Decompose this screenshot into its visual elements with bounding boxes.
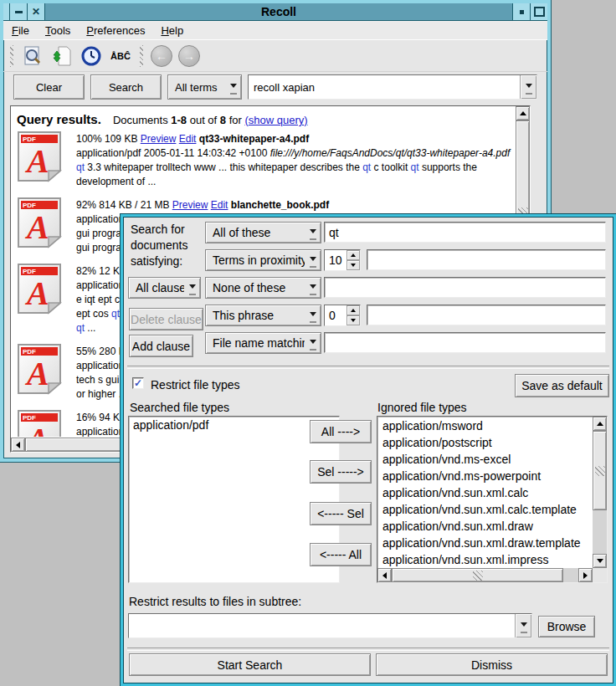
maximize-button[interactable]: [530, 3, 547, 20]
result-line: 92% 814 KB / 21 MB Preview Edit blanchet…: [76, 198, 497, 212]
menu-item-preferences[interactable]: Preferences: [86, 24, 145, 37]
preview-link[interactable]: Preview: [172, 199, 208, 211]
move-all-right-button[interactable]: All ---->: [310, 420, 372, 443]
subtree-combo[interactable]: [128, 613, 532, 638]
ignored-type-item[interactable]: application/vnd.sun.xml.calc.template: [378, 501, 593, 518]
ignored-type-item[interactable]: application/postscript: [378, 434, 593, 451]
clear-button[interactable]: Clear: [13, 74, 85, 100]
toolbar-separator: [140, 45, 143, 67]
clause-terms-input[interactable]: [367, 305, 606, 325]
clause-type-combo[interactable]: All of these: [205, 222, 321, 243]
clause-terms-input[interactable]: [324, 277, 606, 298]
sort-document-icon[interactable]: [50, 44, 74, 68]
scrollbar-thumb[interactable]: [392, 568, 563, 582]
scroll-down-button[interactable]: [593, 554, 607, 568]
clause-type-combo[interactable]: This phrase: [205, 305, 321, 326]
text-segment: application/: [76, 279, 127, 291]
restrict-file-types-checkbox[interactable]: ✓: [132, 377, 144, 389]
result-line: development of ...: [76, 175, 510, 189]
ignored-vertical-scrollbar[interactable]: [593, 417, 607, 568]
edit-link[interactable]: Edit: [211, 199, 228, 211]
menu-item-help[interactable]: Help: [161, 24, 183, 37]
result-text: 100% 109 KB Preview Edit qt33-whitepaper…: [76, 131, 510, 189]
spin-down-button[interactable]: [346, 315, 360, 325]
proximity-spinner[interactable]: 0: [324, 305, 361, 326]
preview-link[interactable]: Preview: [141, 133, 177, 145]
ignored-type-item[interactable]: application/vnd.sun.xml.calc: [378, 484, 593, 501]
save-as-default-button[interactable]: Save as default: [515, 374, 609, 397]
proximity-spinner[interactable]: 10: [324, 249, 361, 271]
ignored-type-item[interactable]: application/vnd.sun.xml.draw.template: [378, 535, 593, 551]
forward-icon[interactable]: →: [178, 45, 200, 67]
search-mode-combo[interactable]: All terms: [167, 74, 242, 100]
menu-item-tools[interactable]: Tools: [45, 24, 70, 37]
results-header: Query results.Documents 1-8 out of 8 for…: [17, 112, 515, 126]
ignored-type-item[interactable]: application/vnd.sun.xml.draw: [378, 518, 593, 535]
ignored-type-item[interactable]: application/vnd.ms-excel: [378, 451, 593, 468]
svg-text:A: A: [24, 142, 49, 180]
query-input[interactable]: recoll xapian: [249, 75, 520, 99]
spinner-value[interactable]: 10: [325, 250, 346, 270]
show-query-link[interactable]: (show query): [244, 114, 307, 126]
toolbar-handle[interactable]: [10, 45, 13, 67]
highlight-term: qt: [411, 161, 419, 173]
move-selected-right-button[interactable]: Sel ----->: [310, 460, 372, 484]
spin-down-button[interactable]: [346, 260, 360, 270]
chevron-down-icon: [184, 278, 200, 298]
spinner-value[interactable]: 0: [325, 305, 346, 325]
searched-type-item[interactable]: application/pdf: [129, 417, 339, 433]
chevron-down-icon[interactable]: [515, 614, 531, 637]
menu-item-file[interactable]: File: [12, 24, 29, 37]
text-segment: application/: [76, 360, 127, 371]
search-button[interactable]: Search: [90, 74, 162, 100]
clause-type-combo[interactable]: Terms in proximity: [205, 249, 321, 271]
clause-terms-input[interactable]: [324, 332, 606, 353]
window-menu-button[interactable]: [10, 3, 28, 20]
searched-file-types-list[interactable]: application/pdf: [128, 416, 340, 583]
term-explorer-icon[interactable]: ÅBĈ: [109, 44, 132, 68]
move-selected-left-button[interactable]: <----- Sel: [310, 502, 372, 525]
scroll-left-button[interactable]: [377, 568, 392, 582]
history-clock-icon[interactable]: [80, 44, 103, 68]
scroll-up-button[interactable]: [516, 106, 530, 120]
scroll-right-button[interactable]: [578, 568, 593, 582]
subtree-input[interactable]: [129, 614, 515, 637]
clause-terms-input[interactable]: qt: [324, 222, 606, 243]
spin-up-button[interactable]: [346, 250, 360, 260]
conjunction-combo[interactable]: All clauses: [128, 277, 201, 299]
chevron-down-icon[interactable]: [520, 75, 536, 99]
start-search-button[interactable]: Start Search: [129, 653, 371, 676]
text-segment: application/: [76, 426, 127, 437]
close-button[interactable]: ✕: [28, 3, 45, 20]
add-clause-button[interactable]: Add clause: [129, 335, 193, 357]
scrollbar-corner: [593, 568, 607, 582]
move-all-left-button[interactable]: <----- All: [310, 543, 372, 566]
clause-type-combo[interactable]: File name matching: [205, 332, 321, 354]
chevron-down-icon: [305, 250, 321, 270]
browse-button[interactable]: Browse: [538, 616, 595, 637]
scroll-up-button[interactable]: [593, 417, 607, 431]
ignored-file-types-list[interactable]: application/mswordapplication/postscript…: [377, 416, 608, 583]
text-segment: or higher ...: [76, 388, 127, 400]
conjunction-value: All clauses: [129, 278, 184, 298]
menubar: FileToolsPreferencesHelp: [3, 21, 547, 40]
document-preview-icon[interactable]: [21, 44, 44, 68]
spin-up-button[interactable]: [346, 305, 360, 315]
chevron-down-icon: [305, 278, 321, 298]
clause-terms-input[interactable]: [367, 249, 606, 270]
ignored-type-item[interactable]: application/vnd.ms-powerpoint: [378, 468, 593, 484]
delete-clause-button[interactable]: Delete clause: [129, 308, 203, 330]
clause-type-combo[interactable]: None of these: [205, 277, 321, 299]
scroll-left-button[interactable]: [11, 438, 25, 452]
ignored-type-item[interactable]: application/vnd.sun.xml.impress: [378, 551, 593, 568]
ignored-horizontal-scrollbar[interactable]: [377, 568, 593, 582]
scrollbar-thumb[interactable]: [593, 431, 607, 510]
back-icon[interactable]: ←: [151, 45, 172, 67]
dismiss-button[interactable]: Dismiss: [376, 653, 608, 676]
svg-text:A: A: [24, 208, 49, 246]
ignored-type-item[interactable]: application/msword: [378, 417, 593, 434]
minimize-button[interactable]: [512, 3, 530, 20]
query-combo[interactable]: recoll xapian: [248, 74, 537, 100]
edit-link[interactable]: Edit: [179, 133, 197, 145]
titlebar[interactable]: ✕ Recoll: [3, 3, 547, 21]
